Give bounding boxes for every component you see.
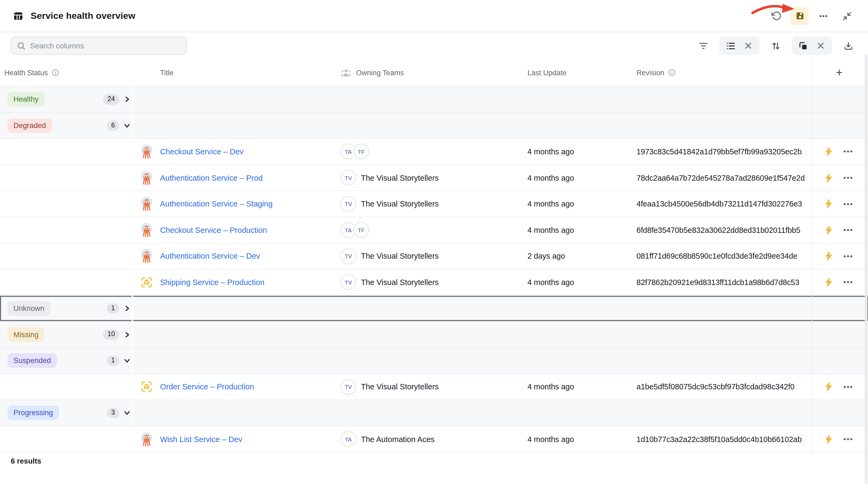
last-update-value: 2 days ago (527, 252, 565, 261)
chevron-icon[interactable] (122, 121, 131, 130)
results-count: 6 results (11, 457, 41, 465)
last-update-value: 4 months ago (527, 200, 574, 208)
row-more-icon[interactable]: ••• (843, 148, 853, 156)
row-more-icon[interactable]: ••• (843, 200, 853, 208)
status-badge: Degraded (7, 118, 52, 133)
group-row[interactable]: Suspended 1 (0, 348, 868, 374)
octopus-service-icon (141, 197, 153, 211)
group-row[interactable]: Progressing 3 (0, 400, 868, 426)
service-row[interactable]: Checkout Service – Dev TATF 4 months ago… (0, 139, 868, 165)
group-row[interactable]: Missing 10 (0, 322, 868, 348)
more-options-icon[interactable] (814, 7, 833, 25)
service-title-link[interactable]: Wish List Service – Dev (160, 435, 242, 444)
service-title-link[interactable]: Order Service – Production (160, 382, 254, 391)
avatar: TF (353, 144, 369, 160)
service-row[interactable]: Wish List Service – Dev TA The Automatio… (0, 426, 868, 452)
info-icon[interactable] (52, 69, 59, 76)
row-more-icon[interactable]: ••• (843, 226, 853, 234)
list-view-pill (719, 36, 760, 55)
chevron-icon[interactable] (122, 304, 131, 313)
actions-lightning-icon[interactable] (825, 225, 833, 235)
sort-icon[interactable] (767, 36, 785, 55)
service-title-link[interactable]: Checkout Service – Production (160, 226, 267, 234)
group-count-badge: 24 (101, 94, 119, 105)
status-badge: Healthy (7, 92, 44, 107)
revision-value: 1973c83c5d41842a1d79bb5ef7fb99a93205ec2b (637, 147, 802, 156)
group-row[interactable]: Degraded 6 (0, 113, 868, 139)
column-header-health-status[interactable]: Health Status (0, 59, 133, 86)
service-row[interactable]: Authentication Service – Dev TV The Visu… (0, 243, 868, 269)
filter-icon[interactable] (694, 36, 712, 55)
row-more-icon[interactable]: ••• (843, 252, 853, 260)
service-title-link[interactable]: Authentication Service – Staging (160, 200, 273, 208)
chevron-icon[interactable] (122, 356, 131, 365)
service-row[interactable]: Authentication Service – Staging TV The … (0, 191, 868, 217)
table-icon (13, 10, 24, 21)
column-header-last-update[interactable]: Last Update (520, 59, 628, 86)
team-name: The Visual Storytellers (361, 382, 439, 391)
service-title-link[interactable]: Authentication Service – Prod (160, 173, 262, 182)
clear-list-view-icon[interactable] (742, 39, 755, 52)
list-view-icon[interactable] (724, 39, 737, 52)
clear-group-by-icon[interactable] (814, 39, 827, 52)
info-icon[interactable] (668, 69, 676, 76)
group-by-icon[interactable] (797, 39, 809, 52)
avatar: TA (341, 431, 356, 447)
column-header-revision[interactable]: Revision (628, 59, 812, 86)
page-title: Service health overview (31, 10, 135, 21)
group-count-badge: 6 (101, 120, 119, 131)
search-input[interactable] (30, 41, 181, 50)
actions-lightning-icon[interactable] (825, 251, 833, 261)
chevron-icon[interactable] (122, 95, 131, 104)
group-count-badge: 3 (101, 408, 119, 418)
status-badge: Unknown (7, 301, 50, 316)
chevron-icon[interactable] (122, 409, 131, 417)
octopus-service-icon (141, 145, 153, 159)
octopus-service-icon (141, 249, 153, 263)
row-more-icon[interactable]: ••• (843, 435, 853, 443)
search-box[interactable] (11, 36, 187, 55)
undo-icon[interactable] (767, 7, 785, 25)
service-row[interactable]: Checkout Service – Production TATF 4 mon… (0, 217, 868, 243)
row-more-icon[interactable]: ••• (843, 278, 853, 286)
group-row[interactable]: Unknown 1 (0, 296, 868, 322)
actions-lightning-icon[interactable] (825, 434, 833, 444)
team-avatars: TV (341, 249, 356, 264)
actions-lightning-icon[interactable] (825, 147, 833, 156)
group-row[interactable]: Healthy 24 (0, 87, 868, 113)
actions-lightning-icon[interactable] (825, 278, 833, 287)
octopus-service-icon (141, 432, 153, 446)
top-bar: Service health overview (0, 0, 868, 32)
avatar: TV (341, 196, 356, 211)
add-column-button[interactable]: + (836, 66, 843, 79)
revision-value: 4feaa13cb4500e56db4db73211d147fd302276e3 (637, 200, 802, 208)
team-name: The Visual Storytellers (361, 278, 439, 287)
avatar: TV (341, 170, 356, 186)
download-icon[interactable] (839, 36, 857, 55)
app-window: Service health overview (0, 0, 868, 484)
revision-value: 1d10b77c3a2a22c38f5f10a5dd0c4b10b66102ab (637, 435, 802, 444)
service-row[interactable]: Order Service – Production TV The Visual… (0, 374, 868, 400)
last-update-value: 4 months ago (527, 278, 574, 287)
actions-lightning-icon[interactable] (825, 199, 833, 209)
avatar: TV (341, 249, 356, 264)
service-title-link[interactable]: Shipping Service – Production (160, 278, 265, 287)
actions-lightning-icon[interactable] (825, 173, 833, 182)
team-name: The Visual Storytellers (361, 252, 439, 261)
collapse-icon[interactable] (838, 7, 856, 25)
service-title-link[interactable]: Checkout Service – Dev (160, 147, 244, 156)
actions-lightning-icon[interactable] (825, 382, 833, 392)
service-title-link[interactable]: Authentication Service – Dev (160, 252, 260, 261)
team-name: The Visual Storytellers (361, 173, 439, 182)
column-header-title[interactable]: Title (133, 59, 337, 86)
service-row[interactable]: Shipping Service – Production TV The Vis… (0, 269, 868, 295)
octopus-service-icon (141, 223, 153, 237)
chevron-icon[interactable] (122, 330, 131, 339)
column-header-actions: + (812, 59, 866, 86)
column-header-owning-teams[interactable]: Owning Teams (337, 59, 520, 86)
row-more-icon[interactable]: ••• (843, 174, 853, 182)
save-view-icon[interactable] (790, 7, 809, 25)
row-more-icon[interactable]: ••• (843, 383, 853, 391)
vertical-scrollbar[interactable] (865, 54, 867, 484)
service-row[interactable]: Authentication Service – Prod TV The Vis… (0, 165, 868, 191)
